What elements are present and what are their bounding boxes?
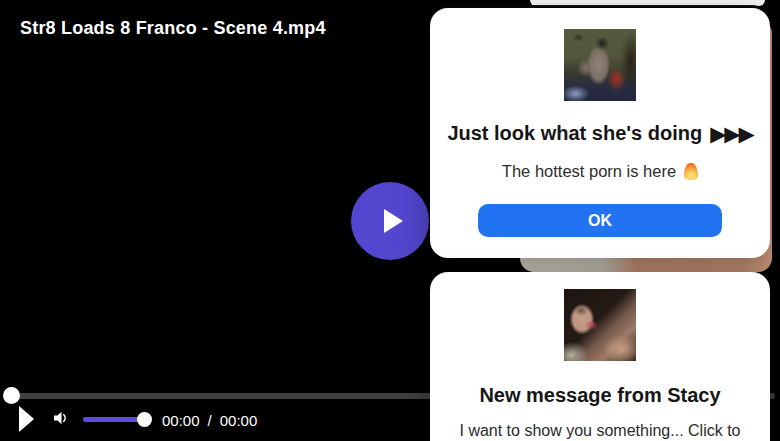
- duration: 00:00: [220, 412, 258, 429]
- video-player[interactable]: Str8 Loads 8 Franco - Scene 4.mp4 00:00 …: [0, 0, 780, 441]
- video-title: Str8 Loads 8 Franco - Scene 4.mp4: [20, 18, 326, 39]
- background-popup-edge[interactable]: [530, 0, 765, 6]
- offer-subtext: The hottest porn is here: [502, 162, 698, 180]
- big-play-button[interactable]: [351, 182, 429, 260]
- play-button[interactable]: [18, 405, 35, 436]
- message-body: I want to show you something... Click to: [459, 421, 740, 440]
- current-time: 00:00: [162, 412, 200, 429]
- message-heading: New message from Stacy: [479, 383, 720, 407]
- popup-offer: Just look what she's doing ▶▶▶ The hotte…: [430, 8, 770, 258]
- speaker-low-icon: [50, 408, 70, 428]
- offer-heading: Just look what she's doing ▶▶▶: [447, 121, 752, 145]
- mute-button[interactable]: [50, 408, 70, 431]
- time-display: 00:00 / 00:00: [162, 412, 257, 429]
- time-separator: /: [208, 412, 212, 429]
- ok-button[interactable]: OK: [478, 204, 722, 237]
- volume-slider[interactable]: [83, 417, 144, 422]
- play-icon: [384, 209, 403, 233]
- play-icon: [18, 405, 35, 433]
- popup-new-message[interactable]: New message from Stacy I want to show yo…: [430, 272, 770, 441]
- seekbar-thumb[interactable]: [3, 387, 20, 404]
- fire-icon: [684, 163, 698, 180]
- volume-thumb[interactable]: [137, 412, 152, 427]
- message-avatar-image[interactable]: [564, 289, 636, 361]
- triple-right-arrows-icon: ▶▶▶: [710, 123, 752, 144]
- offer-thumbnail-image[interactable]: [564, 29, 636, 101]
